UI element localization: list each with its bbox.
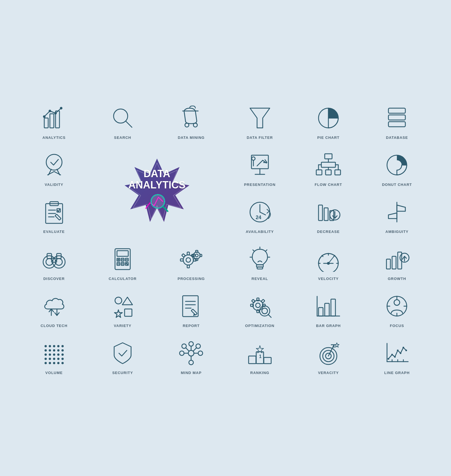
icon-report: REPORT [157,286,226,331]
svg-rect-36 [325,154,332,159]
badge-subtitle: ANALYTICS [128,179,185,191]
svg-rect-99 [182,254,185,257]
optimization-label: OPTIMIZATION [245,324,275,328]
icon-data-mining: DATA MINING [157,98,226,143]
data-filter-label: DATA FILTER [247,135,273,140]
svg-point-170 [61,349,64,352]
icon-evaluate: EVALUATE [20,192,88,237]
icon-line-graph: LINE GRAPH [363,333,431,378]
volume-label: VOLUME [45,371,63,375]
svg-point-180 [61,358,64,360]
data-analytics-badge: DATA ANALYTICS [88,145,226,237]
svg-rect-145 [251,299,255,303]
svg-rect-151 [325,303,329,316]
svg-rect-104 [196,259,198,261]
discover-label: DISCOVER [43,277,65,281]
svg-line-12 [185,123,187,124]
availability-label: AVAILABILITY [246,230,274,234]
svg-rect-18 [388,108,405,113]
line-graph-label: LINE GRAPH [384,371,410,375]
svg-rect-103 [196,250,198,252]
ranking-label: RANKING [250,371,269,375]
icon-donut-chart: DONUT CHART [363,145,431,190]
svg-point-213 [394,356,396,358]
svg-rect-146 [261,299,265,303]
svg-point-156 [394,300,400,305]
svg-point-211 [388,358,389,360]
svg-rect-44 [326,170,331,175]
svg-rect-105 [192,254,194,257]
svg-rect-123 [386,259,390,269]
flow-chart-label: FLOW CHART [315,183,342,187]
icon-ambiguity: AMBIGUITY [363,192,431,237]
svg-point-176 [45,358,47,360]
svg-point-166 [45,349,47,352]
icon-pie-chart: PIE CHART [294,98,362,143]
svg-rect-150 [319,308,323,316]
svg-point-171 [45,353,47,356]
svg-marker-208 [335,343,339,347]
security-label: SECURITY [112,371,133,375]
svg-rect-96 [187,265,189,268]
data-mining-label: DATA MINING [178,135,205,140]
focus-label: FOCUS [390,324,404,328]
svg-rect-141 [257,298,259,301]
svg-rect-60 [319,205,322,221]
svg-point-173 [53,353,55,356]
database-label: DATABASE [386,135,408,140]
icon-processing: PROCESSING [157,239,226,284]
svg-rect-108 [257,267,263,269]
svg-point-184 [57,362,59,364]
svg-point-215 [400,352,401,354]
svg-rect-124 [392,256,396,269]
svg-rect-45 [335,170,341,175]
svg-text:1: 1 [259,354,262,359]
svg-point-216 [403,347,404,348]
svg-point-102 [195,254,198,257]
svg-point-174 [57,353,59,356]
svg-rect-201 [264,357,271,364]
icon-volume: VOLUME [20,333,88,378]
icon-flow-chart: FLOW CHART [294,145,362,190]
icon-data-filter: DATA FILTER [226,98,294,143]
svg-point-179 [57,358,59,360]
svg-point-94 [186,258,191,262]
svg-rect-106 [200,254,202,257]
svg-point-130 [115,297,122,304]
icon-optimization: OPTIMIZATION [226,286,294,331]
calculator-label: CALCULATOR [109,277,136,281]
svg-point-183 [53,362,55,364]
svg-point-161 [45,345,47,347]
svg-rect-133 [125,309,132,316]
main-container: ANALYTICS SEARCH [14,87,437,389]
svg-point-162 [49,345,51,347]
svg-point-182 [49,362,51,364]
velocity-label: VELOCITY [318,277,339,281]
variety-label: VARIETY [114,324,131,328]
pie-chart-label: PIE CHART [317,135,339,140]
svg-point-217 [405,350,407,351]
icon-focus: FOCUS [363,286,431,331]
icon-calculator: CALCULATOR [88,239,157,284]
svg-line-197 [186,348,189,351]
icon-decrease: DECREASE [294,192,362,237]
validity-label: VALIDITY [45,183,63,187]
decrease-label: DECREASE [317,230,340,234]
presentation-label: PRESENTATION [244,183,276,187]
svg-marker-131 [122,297,132,305]
svg-line-148 [268,314,271,317]
svg-point-185 [61,362,64,364]
icon-mind-map: MIND MAP [157,333,226,378]
icon-grid: ANALYTICS SEARCH [20,98,431,378]
svg-line-198 [193,348,196,351]
icon-cloud-tech: CLOUD TECH [20,286,88,331]
svg-rect-19 [388,115,405,120]
svg-rect-0 [44,118,48,128]
icon-variety: VARIETY [88,286,157,331]
report-label: REPORT [183,324,200,328]
svg-line-25 [54,172,61,175]
svg-rect-38 [321,162,335,167]
svg-rect-95 [187,252,189,255]
processing-label: PROCESSING [178,277,205,281]
mind-map-label: MIND MAP [181,371,202,375]
